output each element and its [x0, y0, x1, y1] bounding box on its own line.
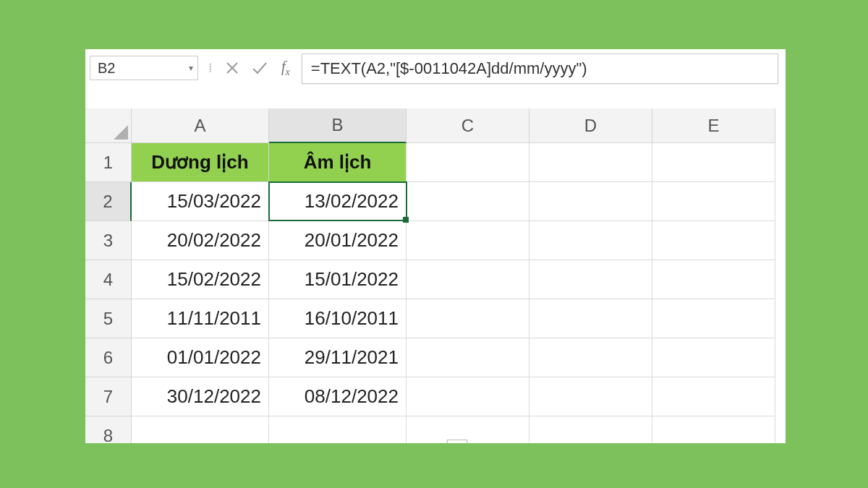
cell-E1[interactable]: [652, 143, 775, 182]
cell-B7-value: 08/12/2022: [305, 385, 399, 408]
cell-B3[interactable]: 20/01/2022: [269, 221, 407, 260]
cell-B4[interactable]: 15/01/2022: [269, 260, 407, 299]
cell-C2[interactable]: [407, 182, 529, 221]
row-2-label: 2: [103, 192, 112, 212]
cell-A8[interactable]: [132, 416, 269, 443]
row-3-label: 3: [103, 231, 113, 251]
cell-C3[interactable]: [407, 221, 529, 260]
row-header-8[interactable]: 8: [85, 416, 132, 443]
cell-B5[interactable]: 16/10/2011: [269, 299, 407, 338]
cell-C5[interactable]: [407, 299, 529, 338]
cell-E6[interactable]: [652, 338, 775, 377]
cell-E3[interactable]: [652, 221, 775, 260]
col-header-B[interactable]: B: [269, 108, 407, 143]
formula-input[interactable]: =TEXT(A2,"[$-0011042A]dd/mm/yyyy"): [302, 53, 778, 84]
divider-dots-icon: ⁞: [205, 60, 215, 76]
cell-C1[interactable]: [407, 143, 529, 182]
cell-E4[interactable]: [652, 260, 775, 299]
col-D-label: D: [584, 116, 597, 136]
cell-A3-value: 20/02/2022: [167, 229, 261, 252]
cell-B2-value: 13/02/2022: [305, 190, 399, 213]
cell-A5[interactable]: 11/11/2011: [132, 299, 269, 338]
row-5-label: 5: [103, 309, 113, 329]
cell-E5[interactable]: [652, 299, 775, 338]
cell-A6-value: 01/01/2022: [167, 346, 261, 369]
cell-A5-value: 11/11/2011: [167, 307, 261, 330]
cell-B6-value: 29/11/2021: [305, 346, 399, 369]
enter-button[interactable]: [250, 58, 270, 78]
cell-A2[interactable]: 15/03/2022: [132, 182, 269, 221]
cell-C6[interactable]: [407, 338, 529, 377]
fx-icon[interactable]: fx: [277, 59, 294, 78]
cell-D3[interactable]: [529, 221, 652, 260]
row-7-label: 7: [103, 387, 113, 407]
cell-D2[interactable]: [529, 182, 652, 221]
col-header-E[interactable]: E: [652, 108, 775, 143]
cell-A4-value: 15/02/2022: [167, 268, 261, 291]
cell-A1[interactable]: Dương lịch: [132, 143, 269, 182]
col-header-A[interactable]: A: [132, 108, 269, 143]
cell-D1[interactable]: [529, 143, 652, 182]
cell-A2-value: 15/03/2022: [167, 190, 261, 213]
col-B-label: B: [331, 115, 343, 135]
name-box-value: B2: [98, 60, 115, 77]
cell-A3[interactable]: 20/02/2022: [132, 221, 269, 260]
cell-E8[interactable]: [652, 416, 775, 443]
col-header-C[interactable]: C: [407, 108, 529, 143]
cell-B2[interactable]: 13/02/2022: [268, 181, 407, 221]
cell-D4[interactable]: [529, 260, 652, 299]
formula-bar-row: B2 ▾ ⁞ fx =TEXT(A2,"[$-0011042A]dd/mm/yy…: [85, 49, 786, 82]
cell-D7[interactable]: [529, 377, 652, 416]
row-header-5[interactable]: 5: [85, 299, 132, 338]
autofill-options-button[interactable]: +: [447, 440, 467, 443]
cell-B4-value: 15/01/2022: [305, 268, 399, 291]
cell-B3-value: 20/01/2022: [305, 229, 399, 252]
cell-B1[interactable]: Âm lịch: [269, 143, 407, 182]
cell-A7-value: 30/12/2022: [167, 385, 261, 408]
row-header-3[interactable]: 3: [85, 221, 132, 260]
cell-E2[interactable]: [652, 182, 775, 221]
row-4-label: 4: [103, 270, 113, 290]
cancel-button[interactable]: [222, 58, 242, 78]
cell-D6[interactable]: [529, 338, 652, 377]
name-box[interactable]: B2 ▾: [90, 56, 198, 80]
row-header-6[interactable]: 6: [85, 338, 132, 377]
cell-E7[interactable]: [652, 377, 775, 416]
cell-A4[interactable]: 15/02/2022: [132, 260, 269, 299]
select-all-corner[interactable]: [85, 108, 132, 143]
cell-A1-value: Dương lịch: [151, 151, 248, 174]
row-header-7[interactable]: 7: [85, 377, 132, 416]
cell-C8[interactable]: [407, 416, 529, 443]
cell-A7[interactable]: 30/12/2022: [132, 377, 269, 416]
cell-B8[interactable]: [269, 416, 407, 443]
cell-D5[interactable]: [529, 299, 652, 338]
row-8-label: 8: [103, 426, 113, 444]
col-C-label: C: [461, 116, 474, 136]
cell-A6[interactable]: 01/01/2022: [132, 338, 269, 377]
col-A-label: A: [194, 116, 205, 136]
spreadsheet-grid[interactable]: A B C D E 1 Dương lịch Âm lịch 2 15/03/2…: [85, 108, 786, 443]
spacer: [85, 82, 786, 108]
row-header-1[interactable]: 1: [85, 143, 132, 182]
cell-C4[interactable]: [407, 260, 529, 299]
row-header-2[interactable]: 2: [85, 182, 132, 221]
cell-B6[interactable]: 29/11/2021: [269, 338, 407, 377]
row-6-label: 6: [103, 348, 113, 368]
cell-B7[interactable]: 08/12/2022: [269, 377, 407, 416]
cell-B5-value: 16/10/2011: [305, 307, 399, 330]
chevron-down-icon[interactable]: ▾: [189, 63, 193, 73]
formula-value: =TEXT(A2,"[$-0011042A]dd/mm/yyyy"): [311, 59, 587, 78]
excel-window: B2 ▾ ⁞ fx =TEXT(A2,"[$-0011042A]dd/mm/yy…: [85, 49, 786, 443]
row-header-4[interactable]: 4: [85, 260, 132, 299]
row-1-label: 1: [103, 153, 113, 173]
cell-C7[interactable]: [407, 377, 529, 416]
col-header-D[interactable]: D: [529, 108, 652, 143]
col-E-label: E: [707, 116, 719, 136]
cell-D8[interactable]: [529, 416, 652, 443]
cell-B1-value: Âm lịch: [304, 151, 372, 174]
